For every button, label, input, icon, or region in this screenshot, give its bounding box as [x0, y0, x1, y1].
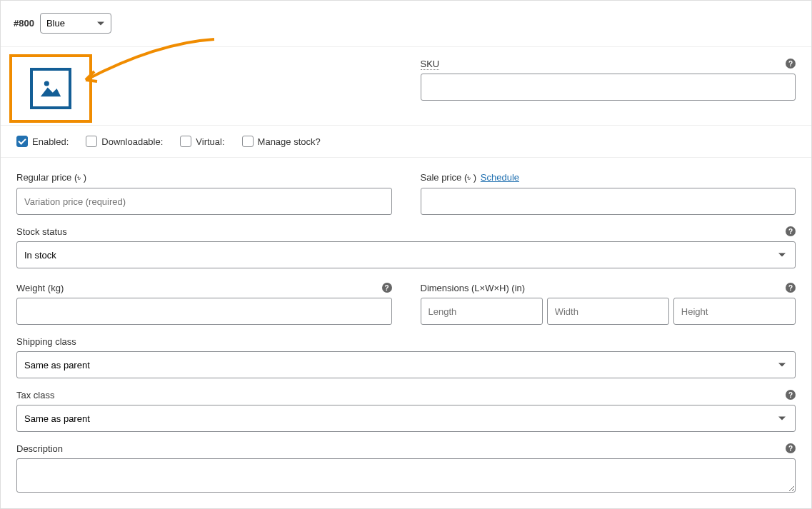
weight-input[interactable]: [16, 298, 392, 325]
svg-point-0: [44, 81, 49, 86]
help-icon[interactable]: ?: [382, 283, 392, 293]
downloadable-label: Downloadable:: [101, 136, 163, 147]
annotation-highlight: [9, 54, 92, 123]
attribute-select[interactable]: Blue: [40, 13, 111, 34]
height-input[interactable]: [673, 298, 796, 325]
description-textarea[interactable]: [16, 458, 796, 493]
virtual-label: Virtual:: [196, 136, 224, 147]
stock-status-label: Stock status: [16, 226, 796, 237]
help-icon[interactable]: ?: [786, 283, 796, 293]
variation-image-placeholder[interactable]: [30, 68, 71, 109]
help-icon[interactable]: ?: [786, 443, 796, 453]
regular-price-input[interactable]: [16, 188, 392, 215]
regular-price-label: Regular price (৳ ): [16, 172, 392, 183]
sale-price-label: Sale price (৳ ) Schedule: [421, 172, 796, 183]
help-icon[interactable]: ?: [786, 59, 796, 69]
sku-label: SKU: [421, 59, 796, 69]
enabled-checkbox[interactable]: [16, 136, 28, 147]
help-icon[interactable]: ?: [786, 226, 796, 236]
manage-stock-checkbox[interactable]: [242, 136, 254, 147]
shipping-class-select[interactable]: Same as parent: [16, 351, 796, 378]
downloadable-checkbox[interactable]: [86, 136, 97, 147]
checkbox-row: Enabled: Downloadable: Virtual: Manage s…: [1, 125, 811, 158]
variation-id: #800: [14, 18, 34, 29]
manage-stock-label: Manage stock?: [258, 136, 321, 147]
sale-price-input[interactable]: [421, 188, 796, 215]
width-input[interactable]: [547, 298, 669, 325]
virtual-checkbox[interactable]: [180, 136, 191, 147]
variation-header: #800 Blue: [1, 1, 811, 47]
dimensions-label: Dimensions (L×W×H) (in): [421, 283, 796, 293]
shipping-class-label: Shipping class: [16, 336, 796, 347]
help-icon[interactable]: ?: [786, 390, 796, 400]
weight-label: Weight (kg): [16, 283, 392, 293]
tax-class-select[interactable]: Same as parent: [16, 405, 796, 432]
length-input[interactable]: [421, 298, 543, 325]
image-icon: [39, 76, 63, 101]
sku-input[interactable]: [421, 74, 796, 101]
enabled-label: Enabled:: [32, 136, 69, 147]
schedule-link[interactable]: Schedule: [481, 172, 519, 183]
tax-class-label: Tax class: [16, 390, 796, 400]
description-label: Description: [16, 443, 796, 454]
stock-status-select[interactable]: In stock: [16, 241, 796, 268]
